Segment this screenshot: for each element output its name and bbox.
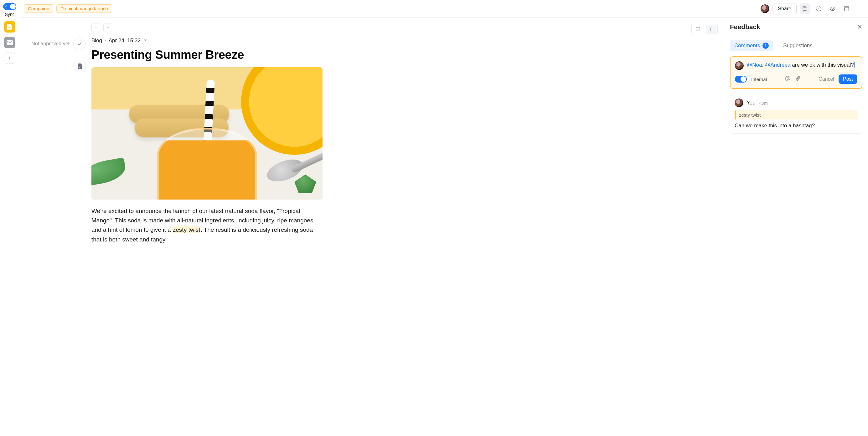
internal-toggle[interactable] — [735, 76, 747, 82]
desktop-icon — [695, 27, 701, 32]
document: Blog · Apr 24, 15:32 Presenting Summer B… — [91, 18, 330, 436]
composer-text: are we ok with this visual? — [790, 62, 854, 68]
comment-body: Can we make this into a hashtag? — [735, 123, 858, 129]
body-highlight[interactable]: zesty twist — [173, 227, 201, 233]
archive-icon — [843, 6, 849, 12]
mobile-icon — [709, 27, 713, 32]
text-cursor — [854, 62, 855, 68]
svg-rect-1 — [8, 28, 11, 28]
mention[interactable]: @Andreea — [765, 62, 790, 68]
panel-title: Feedback — [730, 23, 760, 31]
rail-page-button[interactable] — [4, 21, 16, 33]
device-toggle — [691, 24, 718, 35]
meta-separator: · — [104, 37, 106, 44]
share-label: Share — [778, 6, 791, 11]
more-icon: ⋯ — [856, 6, 862, 12]
desktop-view-button[interactable] — [693, 25, 703, 34]
document-icon-button[interactable] — [74, 61, 86, 72]
doc-title[interactable]: Presenting Summer Breeze — [91, 48, 322, 62]
comments-icon — [802, 6, 808, 12]
svg-rect-6 — [844, 7, 849, 7]
hero-image[interactable] — [91, 67, 322, 200]
preview-button[interactable] — [827, 3, 838, 14]
rail-mail-button[interactable] — [4, 37, 16, 48]
tab-suggestions-label: Suggestions — [783, 42, 813, 49]
toggle-knob — [10, 4, 16, 9]
svg-rect-3 — [7, 40, 13, 45]
chevron-down-icon — [106, 26, 110, 29]
mention-sep: , — [762, 62, 765, 68]
avatar — [735, 99, 743, 107]
composer-input[interactable]: @Noa, @Andreea are we ok with this visua… — [747, 61, 857, 69]
internal-label: Internal — [751, 77, 767, 82]
rail-add-button[interactable]: + — [4, 53, 16, 64]
cancel-button[interactable]: Cancel — [818, 76, 834, 82]
archive-button[interactable] — [841, 3, 852, 14]
comment-time: · 3m — [759, 100, 768, 106]
comment-quote: zesty twist — [735, 110, 858, 120]
doc-body[interactable]: We're excited to announce the launch of … — [91, 206, 322, 244]
meta-expand[interactable] — [143, 37, 148, 44]
doc-date: Apr 24, 15:32 — [108, 37, 141, 44]
at-icon — [785, 76, 790, 81]
topbar: Campaign Tropical mango launch Share ⋯ — [20, 0, 868, 18]
tab-suggestions[interactable]: Suggestions — [779, 40, 817, 51]
share-button[interactable]: Share — [773, 3, 797, 14]
comments-count-badge: 1 — [763, 42, 769, 49]
sync-toggle[interactable]: ✓ — [3, 3, 16, 10]
check-icon: ✓ — [4, 4, 7, 9]
mention[interactable]: @Noa — [747, 62, 762, 68]
approve-button[interactable] — [73, 37, 86, 50]
tab-comments-label: Comments — [734, 42, 760, 49]
tab-comments[interactable]: Comments 1 — [730, 40, 773, 51]
comment-author: You — [746, 100, 755, 106]
eye-icon — [829, 6, 836, 12]
mail-icon — [7, 40, 13, 45]
left-rail: ✓ Sync + — [0, 0, 20, 436]
prev-item-button[interactable] — [91, 23, 100, 32]
tag-campaign[interactable]: Campaign — [24, 4, 53, 13]
doc-type: Blog — [91, 37, 102, 44]
svg-rect-9 — [79, 68, 80, 68]
svg-point-12 — [711, 30, 711, 31]
comment-card[interactable]: You · 3m zesty twist Can we make this in… — [730, 94, 862, 134]
history-icon — [816, 6, 822, 12]
feedback-panel-button[interactable] — [800, 3, 810, 14]
svg-point-5 — [832, 8, 834, 9]
tag-project[interactable]: Tropical mango launch — [56, 4, 112, 13]
history-button[interactable] — [813, 3, 824, 14]
svg-rect-0 — [8, 27, 11, 27]
chevron-up-icon — [94, 26, 98, 29]
chevron-down-icon — [143, 38, 148, 42]
page-icon — [7, 24, 12, 30]
mention-button[interactable] — [785, 76, 790, 82]
check-icon — [77, 41, 82, 46]
comment-composer: @Noa, @Andreea are we ok with this visua… — [730, 56, 862, 89]
feedback-panel: Feedback ✕ Comments 1 Suggestions @Noa, … — [724, 18, 868, 436]
close-icon: ✕ — [857, 24, 862, 30]
close-panel-button[interactable]: ✕ — [857, 23, 862, 31]
plus-icon: + — [8, 55, 11, 62]
more-button[interactable]: ⋯ — [855, 5, 864, 12]
mobile-view-button[interactable] — [706, 25, 716, 34]
svg-rect-7 — [79, 66, 81, 66]
avatar[interactable] — [761, 4, 769, 13]
approval-status: Not approved yet — [31, 41, 69, 46]
next-item-button[interactable] — [103, 23, 112, 32]
sync-label: Sync — [5, 12, 14, 17]
svg-rect-2 — [8, 26, 10, 26]
avatar — [735, 61, 744, 70]
svg-rect-10 — [696, 28, 700, 30]
paperclip-icon — [795, 76, 801, 81]
attach-button[interactable] — [795, 76, 801, 82]
svg-rect-8 — [79, 67, 81, 67]
post-button[interactable]: Post — [839, 74, 857, 84]
document-icon — [78, 64, 83, 69]
svg-point-13 — [787, 77, 789, 79]
